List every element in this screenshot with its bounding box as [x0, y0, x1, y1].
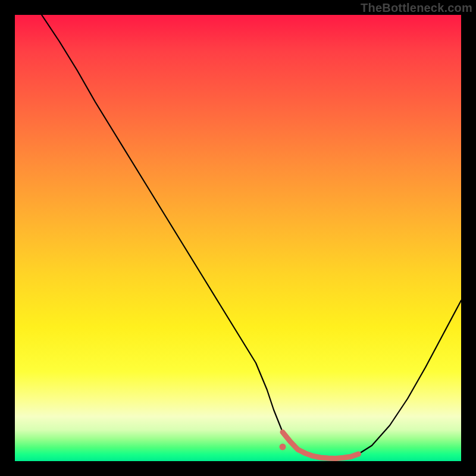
highlight-dot-icon: [280, 444, 286, 450]
optimal-range-highlight: [283, 432, 359, 458]
watermark-text: TheBottleneck.com: [361, 1, 472, 15]
chart-svg: [15, 15, 461, 461]
chart-frame: TheBottleneck.com: [0, 0, 476, 476]
bottleneck-curve: [42, 15, 461, 459]
plot-area: [15, 15, 461, 461]
